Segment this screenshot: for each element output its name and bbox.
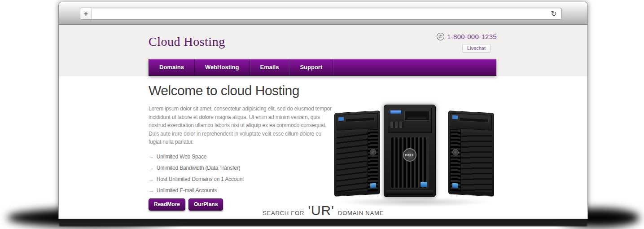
server-side-vents xyxy=(460,132,492,193)
refresh-icon[interactable]: ↻ xyxy=(546,8,561,19)
feature-label: Unlimited Web Space xyxy=(157,154,206,160)
nav-item-emails[interactable]: Emails xyxy=(250,59,290,75)
arrow-icon: → xyxy=(149,165,154,171)
feature-label: Unlimited Bandwidth (Data Transfer) xyxy=(157,165,240,171)
server-top-panel xyxy=(451,113,492,131)
optical-drive xyxy=(345,117,375,122)
contact-block: ✆ 1-800-000-1235 Livechat xyxy=(437,33,497,53)
browser-window: + ↻ Cloud Hosting ✆ 1-800-000-1235 Livec… xyxy=(58,2,588,219)
server-base xyxy=(386,190,434,195)
intro-section: Welcome to cloud Hosting Lorem ipsum dol… xyxy=(149,83,335,211)
intel-sticker xyxy=(421,182,427,187)
server-emblem xyxy=(452,149,459,156)
window-shadow-bottom-bar xyxy=(59,219,587,226)
intel-sticker xyxy=(452,183,458,188)
nav-item-webhosting[interactable]: WebHosting xyxy=(195,59,250,75)
new-tab-button[interactable]: + xyxy=(80,8,92,19)
feature-item: →Host Unlimited Domains on 1 Account xyxy=(149,176,335,182)
search-banner-suffix: DOMAIN NAME xyxy=(338,210,384,216)
feature-label: Host Unlimited Domains on 1 Account xyxy=(157,176,244,182)
server-front-grille xyxy=(368,129,378,192)
server-front-grille xyxy=(450,129,461,192)
feature-list: →Unlimited Web Space →Unlimited Bandwidt… xyxy=(149,154,335,194)
main-nav: Domains WebHosting Emails Support xyxy=(149,59,496,76)
server-top-panel xyxy=(388,108,432,133)
server-display xyxy=(452,115,458,119)
servers-image: DELL xyxy=(333,105,495,200)
server-display xyxy=(338,117,344,121)
site-logo[interactable]: Cloud Hosting xyxy=(149,35,225,49)
arrow-icon: → xyxy=(149,154,154,160)
nav-item-support[interactable]: Support xyxy=(289,59,333,75)
search-banner-prefix: SEARCH FOR xyxy=(263,210,304,216)
page-title: Welcome to cloud Hosting xyxy=(149,83,335,98)
feature-item: →Unlimited Web Space xyxy=(149,154,335,160)
phone-icon: ✆ xyxy=(437,33,444,40)
feature-item: →Unlimited Bandwidth (Data Transfer) xyxy=(149,165,335,171)
search-domain-banner: SEARCH FOR 'UR' DOMAIN NAME xyxy=(59,203,587,219)
optical-drive xyxy=(404,111,429,121)
server-tower-left xyxy=(334,110,380,196)
feature-label: Unlimited E-mail Accounts xyxy=(157,187,217,194)
url-input[interactable] xyxy=(92,8,546,19)
arrow-icon: → xyxy=(149,176,154,182)
screenshot-stage: + ↻ Cloud Hosting ✆ 1-800-000-1235 Livec… xyxy=(0,0,644,229)
phone-row: ✆ 1-800-000-1235 xyxy=(437,33,497,40)
site-page: Cloud Hosting ✆ 1-800-000-1235 Livechat … xyxy=(59,25,587,219)
dell-emblem: DELL xyxy=(403,148,416,162)
server-buttons xyxy=(390,122,404,128)
intel-sticker xyxy=(370,183,376,188)
phone-number: 1-800-000-1235 xyxy=(447,33,497,40)
optical-drive xyxy=(459,118,489,123)
server-front-grille xyxy=(390,137,429,189)
url-bar: + ↻ xyxy=(80,8,562,20)
server-tower-right xyxy=(448,110,494,196)
search-banner-highlight: 'UR' xyxy=(308,203,334,218)
intro-paragraph: Lorem ipsum dolor sit amet, consectetur … xyxy=(149,105,333,146)
browser-chrome: + ↻ xyxy=(59,2,587,25)
livechat-button[interactable]: Livechat xyxy=(462,44,491,53)
feature-item: →Unlimited E-mail Accounts xyxy=(149,187,335,194)
nav-item-domains[interactable]: Domains xyxy=(149,59,195,75)
arrow-icon: → xyxy=(149,187,154,194)
server-top-panel xyxy=(337,113,378,131)
server-tower-center: DELL xyxy=(384,105,436,197)
server-display xyxy=(390,110,402,114)
server-side-vents xyxy=(337,132,368,193)
